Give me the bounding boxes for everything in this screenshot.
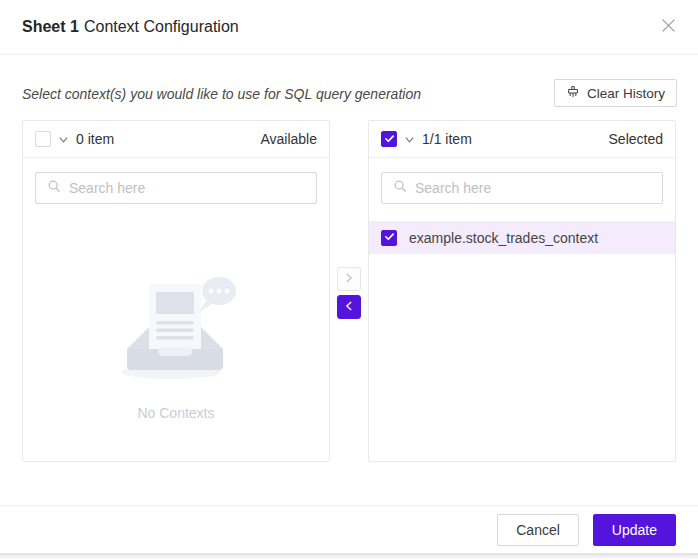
modal-header: Sheet 1Context Configuration: [0, 0, 698, 55]
available-select-all-checkbox[interactable]: [35, 131, 51, 147]
chevron-down-icon[interactable]: [404, 134, 415, 145]
available-empty-state: No Contexts: [23, 271, 329, 421]
modal-footer: Cancel Update: [0, 505, 698, 553]
list-item-label: example.stock_trades_context: [409, 230, 598, 246]
available-search-input[interactable]: [69, 180, 305, 196]
selected-panel: 1/1 item Selected example.stock_trades_c…: [368, 120, 676, 462]
modal-title: Sheet 1Context Configuration: [22, 18, 239, 36]
transfer-to-selected-button[interactable]: [337, 267, 361, 291]
empty-inbox-illustration: [101, 271, 251, 387]
modal-bottom-shadow: [0, 553, 698, 560]
context-configuration-modal: Sheet 1Context Configuration Select cont…: [0, 0, 698, 560]
sheet-name: Sheet 1: [22, 18, 79, 35]
modal-title-text: Context Configuration: [84, 18, 239, 35]
selected-list: example.stock_trades_context: [369, 221, 675, 254]
selected-search-input[interactable]: [415, 180, 651, 196]
selected-count: 1/1 item: [422, 131, 472, 147]
available-panel-label: Available: [260, 131, 317, 147]
selected-select-all-checkbox[interactable]: [381, 131, 397, 147]
arrow-left-icon: [342, 299, 356, 316]
available-panel: 0 item Available: [22, 120, 330, 462]
item-checkbox[interactable]: [381, 230, 397, 246]
empty-text: No Contexts: [137, 405, 214, 421]
clear-history-button[interactable]: Clear History: [554, 79, 677, 107]
available-search-box: [35, 172, 317, 204]
check-icon: [384, 230, 395, 245]
modal-subtitle: Select context(s) you would like to use …: [22, 86, 421, 102]
clear-history-label: Clear History: [587, 86, 665, 101]
broom-icon: [566, 85, 580, 102]
available-count: 0 item: [76, 131, 114, 147]
chevron-down-icon[interactable]: [58, 134, 69, 145]
close-icon: [661, 18, 676, 36]
close-button[interactable]: [656, 15, 680, 39]
selected-search-box: [381, 172, 663, 204]
search-icon: [393, 179, 407, 197]
cancel-button[interactable]: Cancel: [497, 514, 579, 546]
search-icon: [47, 179, 61, 197]
transfer-to-available-button[interactable]: [337, 295, 361, 319]
list-item[interactable]: example.stock_trades_context: [369, 221, 675, 254]
selected-panel-label: Selected: [609, 131, 663, 147]
update-button[interactable]: Update: [593, 514, 676, 546]
check-icon: [384, 132, 395, 147]
selected-panel-header: 1/1 item Selected: [369, 121, 675, 158]
available-panel-header: 0 item Available: [23, 121, 329, 158]
arrow-right-icon: [342, 271, 356, 288]
